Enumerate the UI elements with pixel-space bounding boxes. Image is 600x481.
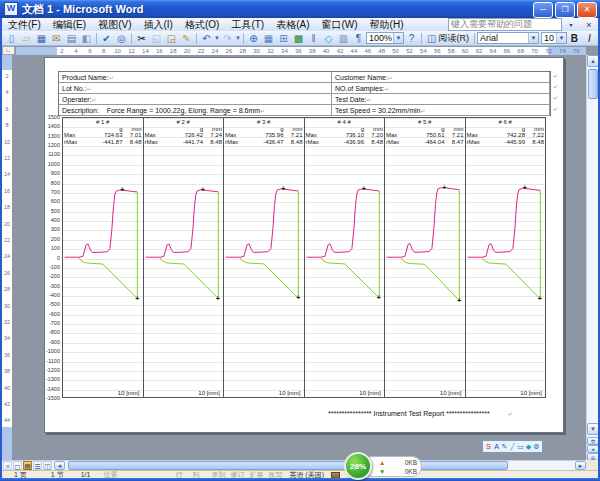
scroll-right-button[interactable]: ► — [575, 461, 586, 470]
ruler-number: 76 — [573, 47, 580, 55]
drawing-icon[interactable]: ◇ — [321, 32, 336, 45]
email-icon[interactable]: ✉ — [49, 32, 64, 45]
force-curve — [145, 190, 218, 257]
reading-layout-button[interactable]: ◫ — [43, 461, 52, 470]
pen-icon[interactable]: ✎ — [501, 442, 508, 451]
stat-cell: rMax — [64, 139, 79, 146]
reading-layout-button[interactable]: ◫阅读(R) — [424, 32, 472, 45]
chart-panel-3: # 3 #gmmMax735.967.21rMax-436.478.48++10… — [224, 118, 305, 397]
menu-item-2[interactable]: 视图(V) — [92, 18, 137, 31]
ruler-number: 20 — [2, 221, 12, 227]
print-layout-button[interactable]: ▤ — [23, 461, 32, 470]
format-painter-icon[interactable]: ✎ — [179, 32, 194, 45]
save-icon[interactable]: ▦ — [34, 32, 49, 45]
open-icon[interactable]: ▱ — [19, 32, 34, 45]
font-size-select[interactable]: 10▼ — [541, 32, 567, 44]
table-cell-left-1: Lot No.:↵ — [59, 83, 332, 94]
stat-cell: 8.48 — [203, 139, 222, 146]
new-document-icon[interactable]: ▯ — [4, 32, 19, 45]
menu-item-1[interactable]: 编辑(E) — [47, 18, 92, 31]
cut-icon[interactable]: ✂ — [134, 32, 149, 45]
vertical-scroll-thumb[interactable] — [588, 69, 598, 99]
columns-icon[interactable]: ‖ — [306, 32, 321, 45]
paste-icon[interactable]: ◲ — [164, 32, 179, 45]
copy-icon[interactable]: ◱ — [149, 32, 164, 45]
document-page[interactable]: Product Name:↵Lot No.:↵Operater:↵Descrip… — [44, 57, 564, 433]
zoom-select[interactable]: 100%▼ — [366, 32, 404, 44]
menu-item-3[interactable]: 插入(I) — [137, 18, 178, 31]
undo-icon[interactable]: ↶ — [199, 32, 214, 45]
print-preview-icon[interactable]: ◧ — [79, 32, 94, 45]
close-button[interactable]: ✕ — [577, 2, 597, 18]
ruler-number: 12 — [2, 155, 12, 161]
redo-icon[interactable]: ↷ — [220, 32, 235, 45]
show-hide-icon[interactable]: ¶ — [351, 32, 366, 45]
chevron-down-icon[interactable]: ▼ — [556, 33, 566, 43]
horizontal-scroll-track[interactable] — [66, 461, 573, 470]
min-marker: + — [216, 295, 220, 301]
help-question-input[interactable]: 键入需要帮助的问题 — [448, 18, 562, 31]
text-annotation-icon[interactable]: A — [493, 442, 500, 451]
force-curve-plot — [385, 118, 465, 397]
normal-view-button[interactable]: ≡ — [3, 461, 12, 470]
menu-item-0[interactable]: 文件(F) — [2, 18, 47, 31]
y-axis-label: -100 — [49, 264, 60, 270]
scroll-left-button[interactable]: ◄ — [54, 461, 65, 470]
print-icon[interactable]: ▤ — [64, 32, 79, 45]
peak-marker: + — [442, 184, 446, 190]
close-document-icon[interactable]: × — [582, 20, 596, 30]
line-icon[interactable]: ╱ — [509, 442, 516, 451]
row-end-mark: ↵ — [553, 93, 563, 104]
force-curve-plot — [224, 118, 304, 397]
vertical-scrollbar[interactable]: ▲ ▼ ⇈ ● ⇊ — [586, 55, 598, 460]
force-curve — [306, 189, 379, 257]
y-axis-label: 1200 — [48, 142, 60, 148]
insert-excel-icon[interactable]: ▩ — [291, 32, 306, 45]
menu-item-6[interactable]: 表格(A) — [270, 18, 315, 31]
screenshot-icon[interactable]: S — [485, 442, 492, 451]
chevron-down-icon[interactable]: ▼ — [393, 33, 403, 43]
help-dropdown-icon[interactable]: ▾ — [564, 21, 578, 28]
y-axis-label: -400 — [49, 292, 60, 298]
chevron-down-icon[interactable]: ▼ — [235, 35, 241, 41]
document-map-icon[interactable]: ▥ — [336, 32, 351, 45]
research-icon[interactable]: ◎ — [114, 32, 129, 45]
ruler-number: 8 — [2, 122, 12, 128]
spelling-icon[interactable]: ✔ — [99, 32, 114, 45]
menu-item-4[interactable]: 格式(O) — [179, 18, 225, 31]
ruler-number: 56 — [434, 47, 441, 55]
y-axis-label: -800 — [49, 329, 60, 335]
horizontal-scroll-thumb[interactable] — [68, 461, 508, 470]
chart-panels: # 1 #gmmMax724.637.01rMax-441.878.48++10… — [62, 117, 546, 398]
chevron-down-icon[interactable]: ▼ — [528, 33, 538, 43]
maximize-button[interactable]: ❐ — [555, 2, 575, 18]
rect-icon[interactable]: ▭ — [517, 442, 524, 451]
insert-table-icon[interactable]: ⊞ — [276, 32, 291, 45]
tab-selector[interactable]: ∟ — [2, 46, 15, 55]
menu-item-5[interactable]: 工具(T) — [225, 18, 270, 31]
outline-view-button[interactable]: ☰ — [33, 461, 42, 470]
bold-icon[interactable]: B — [567, 32, 582, 45]
ruler-number: 28 — [2, 286, 12, 292]
ruler-number: 30 — [2, 303, 12, 309]
y-axis-label: 900 — [51, 170, 60, 176]
menu-item-7[interactable]: 窗口(W) — [316, 18, 364, 31]
minimize-button[interactable]: ─ — [533, 2, 553, 18]
hyperlink-icon[interactable]: ⊕ — [246, 32, 261, 45]
web-layout-button[interactable]: ◻ — [13, 461, 22, 470]
settings-icon[interactable]: ⚙ — [533, 442, 540, 451]
font-name-select[interactable]: Arial▼ — [477, 32, 539, 44]
ruler-number: 58 — [448, 47, 455, 55]
menu-item-8[interactable]: 帮助(H) — [364, 18, 410, 31]
memory-usage-ball[interactable]: 28% — [344, 452, 372, 480]
stat-cell: 8.48 — [284, 139, 303, 146]
help-icon[interactable]: ? — [404, 32, 419, 45]
ruler-number: 18 — [170, 47, 177, 55]
return-curve — [481, 190, 539, 299]
italic-icon[interactable]: I — [582, 32, 597, 45]
peak-marker: + — [120, 187, 124, 193]
y-axis-label: 700 — [51, 189, 60, 195]
ruler-number: 60 — [462, 47, 469, 55]
highlight-icon[interactable]: ◆ — [525, 442, 532, 451]
tables-borders-icon[interactable]: ▦ — [261, 32, 276, 45]
